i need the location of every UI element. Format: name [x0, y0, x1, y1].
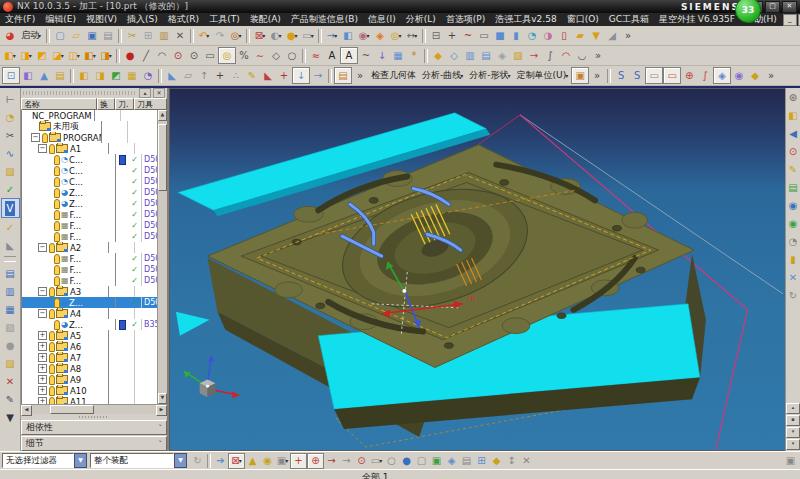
tree-vertical-scrollbar[interactable]: ▲ ▼ — [157, 110, 167, 404]
xyz-point-icon[interactable]: ≈ — [308, 48, 324, 63]
orient-back-icon[interactable]: ◫▾ — [66, 48, 82, 63]
circle-center-icon[interactable]: ⊙ — [186, 48, 202, 63]
dance-icon[interactable]: * — [406, 48, 422, 63]
tree-row-c[interactable]: ◔C...✓D50R6 — [22, 165, 157, 176]
ring-icon[interactable]: ○ — [384, 454, 399, 468]
selection-filter-dropdown[interactable]: 无选择过滤器 ▼ — [2, 454, 87, 467]
menu-item-2[interactable]: 视图(V) — [81, 13, 122, 26]
scroll-mid-icon[interactable]: ▪ — [786, 415, 800, 426]
tree-row-a7[interactable]: +A7 — [22, 352, 157, 363]
percent-icon[interactable]: % — [236, 48, 252, 63]
tree-row-c[interactable]: ◔C...✓D50R6 — [22, 154, 157, 165]
paste-icon[interactable]: ▥ — [156, 28, 172, 43]
tree-expander[interactable]: − — [38, 243, 47, 252]
point-plus-icon[interactable]: + — [212, 68, 228, 83]
show-hide-icon[interactable]: →▾ — [324, 28, 340, 43]
refresh-icon[interactable]: ↻ — [787, 288, 800, 302]
collapse-panel-button[interactable]: ▴ — [139, 88, 151, 98]
block-icon[interactable]: ■ — [492, 28, 508, 43]
row2-overflow-icon[interactable]: » — [590, 48, 606, 63]
vscroll-thumb[interactable] — [158, 124, 167, 191]
orient-bottom-icon[interactable]: ◨▾ — [98, 48, 114, 63]
tree-row-f[interactable]: ▦F...✓D50R6 — [22, 253, 157, 264]
array-icon[interactable]: ▤ — [478, 48, 494, 63]
analysis-curve-button[interactable]: 分析-曲线▾ — [419, 68, 466, 83]
vector-icon[interactable]: ↑ — [196, 68, 212, 83]
gear-icon[interactable]: ⊛ — [787, 90, 800, 104]
arrow2-icon[interactable]: → — [339, 454, 354, 468]
tree-expander[interactable]: + — [38, 342, 47, 351]
structure-tree-icon[interactable]: ◉▾ — [356, 28, 372, 43]
analysis-shape-button[interactable]: 分析-形状▾ — [466, 68, 513, 83]
grid-icon[interactable]: ▤ — [459, 454, 474, 468]
find-component-icon[interactable]: ◎▾ — [388, 28, 404, 43]
tree-row-[interactable]: 未用项 — [22, 121, 157, 132]
pencil-note-icon[interactable]: ✎ — [2, 390, 19, 408]
mating-icon[interactable]: ▤ — [52, 68, 68, 83]
tree-row-a1[interactable]: −A1 — [22, 143, 157, 154]
redo-icon[interactable]: ↷ — [212, 28, 228, 43]
flip-view-icon[interactable]: ◀ — [787, 126, 800, 140]
spline-icon[interactable]: ~ — [460, 28, 476, 43]
project-curve-icon[interactable]: ↓ — [374, 48, 390, 63]
chamfer-icon[interactable]: ◡ — [574, 48, 590, 63]
scroll-end-icon[interactable]: ▾ — [786, 439, 800, 450]
tree-row-a2[interactable]: −A2 — [22, 242, 157, 253]
constraint-icon[interactable]: ▲ — [36, 68, 52, 83]
text-icon[interactable]: A — [324, 48, 340, 63]
point-set-icon[interactable]: ∴ — [228, 68, 244, 83]
menu-item-0[interactable]: 文件(F) — [0, 13, 40, 26]
snap-point-icon[interactable]: ⊡ — [2, 67, 20, 84]
book-copy-icon[interactable]: ▦ — [2, 300, 19, 318]
column-header-0[interactable]: 名称 — [21, 98, 97, 110]
plus-red-icon[interactable]: + — [290, 453, 307, 469]
render-style-icon[interactable]: ●▾ — [284, 28, 300, 43]
menu-item-13[interactable]: GC工具箱 — [604, 13, 654, 26]
wcs-icon[interactable]: + — [276, 68, 292, 83]
tree-horizontal-scrollbar[interactable]: ◀ ▶ — [21, 404, 167, 414]
curve-icon[interactable]: ~ — [358, 48, 374, 63]
restore-button[interactable]: ▢ — [765, 1, 780, 13]
tree-row-f[interactable]: ▦F...✓D50R6 — [22, 231, 157, 242]
rectangle-icon[interactable]: ▭ — [476, 28, 492, 43]
diamond-blue-icon[interactable]: ◈ — [444, 454, 459, 468]
menu-item-1[interactable]: 编辑(E) — [40, 13, 81, 26]
copy-icon[interactable]: ⊞ — [140, 28, 156, 43]
column-header-3[interactable]: 刀具 — [134, 98, 167, 110]
hscroll-thumb[interactable] — [50, 405, 94, 414]
tree-expander[interactable]: − — [38, 144, 47, 153]
color-bar-icon[interactable]: ▮ — [787, 252, 800, 266]
undo-icon[interactable]: ↶▾ — [196, 28, 212, 43]
start-menu-button[interactable]: 启动▾ — [18, 28, 44, 43]
pad-icon[interactable]: ▰ — [572, 28, 588, 43]
tree-row-program[interactable]: −PROGRAM — [22, 132, 157, 143]
menu-item-5[interactable]: 工具(T) — [204, 13, 245, 26]
tree-row-f[interactable]: ▦F...✓D50R6 — [22, 275, 157, 286]
play-green-icon[interactable]: ◉ — [787, 216, 800, 230]
all-filter-icon[interactable]: ▣▾ — [275, 454, 290, 468]
target-icon[interactable]: ⊕ — [681, 68, 697, 83]
geometry-view-icon[interactable]: ∿ — [2, 144, 19, 162]
stamp2-icon[interactable]: ▭ — [663, 67, 681, 84]
stamp1-icon[interactable]: ▭ — [645, 67, 663, 84]
rect-sketch-icon[interactable]: ▭ — [202, 48, 218, 63]
menu-item-6[interactable]: 装配(A) — [245, 13, 286, 26]
orient-left-icon[interactable]: ◧▾ — [82, 48, 98, 63]
arrow1-icon[interactable]: → — [324, 454, 339, 468]
column-header-1[interactable]: 换 — [97, 98, 115, 110]
probe-icon[interactable]: ⊙ — [787, 144, 800, 158]
menu-item-11[interactable]: 浩强工具v2.58 — [490, 13, 561, 26]
tree-expander[interactable]: + — [38, 331, 47, 340]
snap-enable-icon[interactable]: ⊠▾ — [228, 453, 245, 469]
trim-icon[interactable]: ▨ — [510, 48, 526, 63]
text-note-icon[interactable]: A — [340, 47, 358, 64]
rotate-icon[interactable]: ◔ — [140, 68, 156, 83]
hd3d-overflow-icon[interactable]: » — [589, 68, 605, 83]
tool-icon[interactable]: ▼ — [588, 28, 604, 43]
orient-right-icon[interactable]: ◩ — [34, 48, 50, 63]
new-file-icon[interactable]: ▢ — [52, 28, 68, 43]
tree-row-z[interactable]: ◕Z...✓D50R6 — [22, 187, 157, 198]
sketch-s1-icon[interactable]: S — [613, 68, 629, 83]
scope-dropdown-arrow[interactable]: ▼ — [174, 453, 187, 468]
hd3d-icon[interactable]: ▣ — [571, 67, 589, 84]
